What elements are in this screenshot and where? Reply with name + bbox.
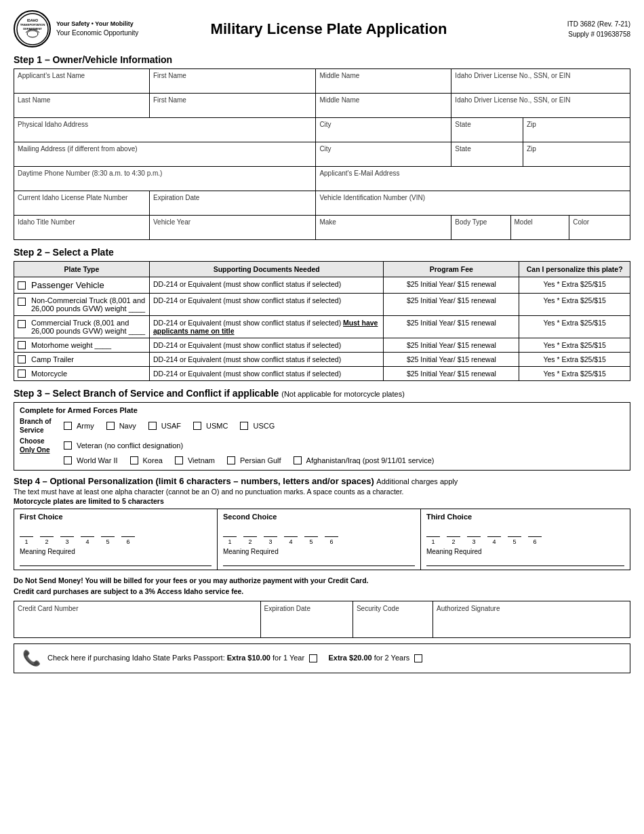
- col-plate-type: Plate Type: [14, 262, 150, 277]
- checkbox-camp[interactable]: [18, 355, 26, 363]
- passport-section: 📞 Check here if purchasing Idaho State P…: [14, 643, 630, 673]
- expiration-label: Expiration Date: [153, 194, 312, 201]
- make-label: Make: [319, 218, 447, 226]
- first-name-cell: First Name: [149, 69, 315, 94]
- armed-forces-box: Complete for Armed Forces Plate Branch o…: [14, 402, 630, 471]
- mailing-address-label: Mailing Address (if different from above…: [18, 145, 312, 153]
- conflict-options: Veteran (no conflict designation): [64, 441, 183, 450]
- afghanistan-option: Afghanistan/Iraq (post 9/11/01 service): [294, 456, 435, 464]
- docs-mh: DD-214 or Equivalent (must show conflict…: [149, 338, 383, 353]
- checkbox-army[interactable]: [64, 422, 72, 430]
- checkbox-persian-gulf[interactable]: [227, 456, 235, 464]
- checkbox-passport-2yr[interactable]: [414, 654, 422, 662]
- applicant-last-cell: Applicant's Last Name: [14, 69, 150, 94]
- second-choice-meaning: Meaning Required: [223, 548, 415, 555]
- war-options: World War II Korea Vietnam Persian Gulf …: [64, 456, 435, 464]
- first-name2-label: First Name: [153, 96, 312, 104]
- authorized-sig-label: Authorized Signature: [437, 605, 626, 612]
- passport-text: Check here if purchasing Idaho State Par…: [47, 654, 622, 662]
- step4-choices-table: First Choice 1 2 3 4: [14, 509, 630, 570]
- checkbox-afghanistan[interactable]: [294, 456, 302, 464]
- state2-zip2-cell: State Zip: [451, 142, 630, 167]
- second-choice-chars: 1 2 3 4 5 6: [223, 526, 415, 545]
- branch-label: Branch of Service: [20, 417, 60, 435]
- exp-date-label: Expiration Date: [264, 605, 349, 612]
- expiration-cell: Expiration Date: [149, 191, 315, 216]
- korea-option: Korea: [130, 456, 163, 464]
- id-num-label: Idaho Driver License No., SSN, or EIN: [455, 72, 626, 79]
- plate-type-nct: Non-Commercial Truck (8,001 and 26,000 p…: [14, 294, 150, 316]
- middle-name-cell: Middle Name: [316, 69, 451, 94]
- table-row: Non-Commercial Truck (8,001 and 26,000 p…: [14, 294, 630, 316]
- table-row: Camp Trailer DD-214 or Equivalent (must …: [14, 353, 630, 367]
- vin-label: Vehicle Identification Number (VIN): [319, 194, 626, 201]
- checkbox-passport-1yr[interactable]: [309, 654, 317, 662]
- second-choice-label: Second Choice: [223, 513, 415, 521]
- table-row: Motorhome weight ____ DD-214 or Equivale…: [14, 338, 630, 353]
- logo-text: Your Safety • Your Mobility Your Economi…: [56, 20, 138, 38]
- checkbox-wwii[interactable]: [64, 456, 72, 464]
- table-row: Commercial Truck (8,001 and 26,000 pound…: [14, 316, 630, 338]
- middle-name2-cell: Middle Name: [316, 94, 451, 118]
- checkbox-vietnam[interactable]: [175, 456, 183, 464]
- table-row: Passenger Vehicle DD-214 or Equivalent (…: [14, 277, 630, 294]
- char-input-6[interactable]: [121, 526, 135, 537]
- checkbox-korea[interactable]: [130, 456, 138, 464]
- phone-cell: Daytime Phone Number (8:30 a.m. to 4:30 …: [14, 167, 316, 191]
- plate-type-moto: Motorcycle: [14, 367, 150, 381]
- last-name-cell: Last Name: [14, 94, 150, 118]
- third-choice-chars: 1 2 3 4 5 6: [426, 526, 624, 545]
- checkbox-veteran[interactable]: [64, 441, 72, 450]
- checkbox-usaf[interactable]: [148, 422, 157, 430]
- char-input-2[interactable]: [40, 526, 54, 537]
- char-input-4[interactable]: [81, 526, 94, 537]
- id-num-cell: Idaho Driver License No., SSN, or EIN: [451, 69, 630, 94]
- char-input-3[interactable]: [60, 526, 74, 537]
- signature-cell: Authorized Signature: [433, 601, 630, 637]
- form-info: ITD 3682 (Rev. 7-21) Supply # 019638758: [508, 19, 630, 39]
- plate-number-label: Current Idaho License Plate Number: [18, 194, 146, 201]
- id-num2-label: Idaho Driver License No., SSN, or EIN: [455, 96, 626, 104]
- svg-point-4: [27, 31, 38, 37]
- branch-navy: Navy: [106, 422, 136, 430]
- docs-nct: DD-214 or Equivalent (must show conflict…: [149, 294, 383, 316]
- phone-icon: 📞: [22, 650, 41, 667]
- checkbox-moto[interactable]: [18, 370, 26, 378]
- checkbox-uscg[interactable]: [240, 422, 248, 430]
- credit-card-cell: Credit Card Number: [14, 601, 261, 637]
- docs-moto: DD-214 or Equivalent (must show conflict…: [149, 367, 383, 381]
- char-box-1: 1: [20, 526, 33, 545]
- docs-ct: DD-214 or Equivalent (must show conflict…: [149, 316, 383, 338]
- checkbox-mh[interactable]: [18, 341, 26, 349]
- branch-usaf: USAF: [148, 422, 181, 430]
- checkbox-usmc[interactable]: [193, 422, 201, 430]
- char-input-5[interactable]: [101, 526, 115, 537]
- col-fee: Program Fee: [384, 262, 519, 277]
- char-box-5: 5: [101, 526, 115, 545]
- city2-label: City: [319, 145, 447, 153]
- char-box-3: 3: [60, 526, 74, 545]
- fee-moto: $25 Initial Year/ $15 renewal: [384, 367, 519, 381]
- checkbox-passenger[interactable]: [18, 281, 26, 290]
- security-code-label: Security Code: [357, 605, 429, 612]
- table-row: Motorcycle DD-214 or Equivalent (must sh…: [14, 367, 630, 381]
- applicant-last-value[interactable]: [18, 81, 146, 90]
- vietnam-option: Vietnam: [175, 456, 215, 464]
- payment-notes: Do Not Send Money! You will be billed fo…: [14, 576, 630, 597]
- branch-options: Army Navy USAF USMC USCG: [64, 422, 275, 430]
- char-input-1[interactable]: [20, 526, 33, 537]
- title-label: Idaho Title Number: [18, 218, 146, 226]
- checkbox-nct[interactable]: [18, 298, 26, 306]
- security-code-cell: Security Code: [353, 601, 432, 637]
- first-choice-meaning-line: [20, 565, 212, 566]
- step3-heading: Step 3 – Select Branch of Service and Co…: [14, 388, 405, 399]
- personalize-nct: Yes * Extra $25/$15: [519, 294, 630, 316]
- checkbox-ct[interactable]: [18, 320, 26, 328]
- year-label: Vehicle Year: [153, 218, 312, 226]
- col-docs: Supporting Documents Needed: [149, 262, 383, 277]
- char-box-6: 6: [121, 526, 135, 545]
- col-personalize: Can I personalize this plate?: [519, 262, 630, 277]
- third-choice-label: Third Choice: [426, 513, 624, 521]
- payment-note1: Do Not Send Money! You will be billed fo…: [14, 576, 630, 587]
- checkbox-navy[interactable]: [106, 422, 115, 430]
